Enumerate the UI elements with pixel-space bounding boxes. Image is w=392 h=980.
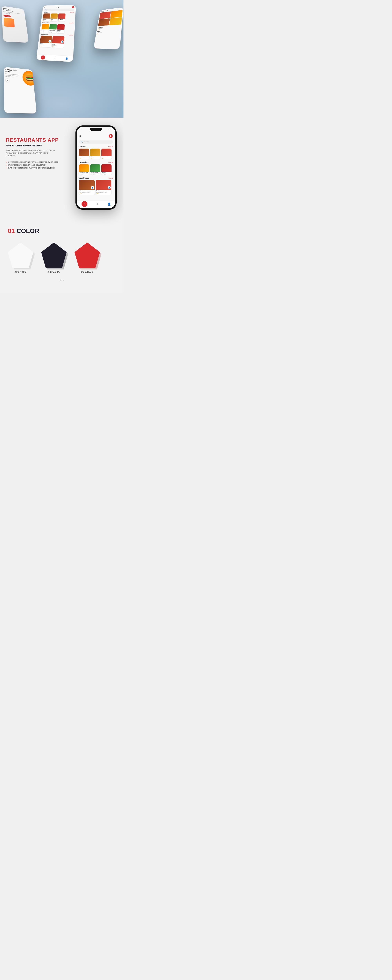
hero-place-1: 👤 Kimbo Visit 0f8gust... ★★★ bbox=[40, 35, 52, 47]
color-number: 01 bbox=[8, 228, 15, 234]
best-offers-title: Best Offers bbox=[79, 161, 89, 163]
watermark: diimo bbox=[8, 279, 116, 281]
color-code-navy: #1F1C2C bbox=[48, 270, 60, 273]
search-placeholder: search... bbox=[84, 141, 90, 143]
food-card-lechantill[interactable]: Le Chantill ★★ bbox=[101, 149, 112, 159]
offer-card-1[interactable]: Double Big Tasty 9.0 €/prs bbox=[79, 164, 89, 175]
hero-phone3-item-2: Cotta Lorem ipsum... ★★ bbox=[97, 30, 121, 35]
color-pentagon-red bbox=[75, 242, 100, 268]
hero-phone4-title: Choose Your Order bbox=[5, 68, 18, 74]
bottom-nav-profile[interactable]: 👤 bbox=[107, 202, 111, 205]
offer-name-2: Big Breakfast Meal bbox=[90, 172, 100, 173]
food-stars-kimbo: ★★ bbox=[79, 158, 89, 159]
hero-phone1-illust bbox=[4, 18, 15, 27]
hero-phone3-food-4 bbox=[109, 17, 122, 25]
best-offers-section: Best Offers View All Double Big Tasty 9.… bbox=[77, 160, 115, 176]
main-content-section: RESTAURANTS APP MAKE A RESTAURANT APP TA… bbox=[0, 118, 123, 218]
color-section-title: 01 COLOR bbox=[8, 228, 116, 235]
food-card-cotta[interactable]: Cotta ★★ bbox=[90, 149, 100, 159]
hero-phone2-logo: 🍴 bbox=[72, 6, 74, 8]
feature-item-1: OFFER MOBILE ORDERING FOR TABLE SERVICE … bbox=[6, 161, 69, 163]
place-name-1: Kimbo bbox=[80, 190, 94, 191]
for-you-title: For You bbox=[79, 146, 86, 148]
hero-phone-3: Choose Your Or... Le Chantill Lorem ipsu… bbox=[94, 7, 123, 49]
hero-phone4-food-illust bbox=[22, 70, 37, 86]
place-card-kimbo[interactable]: 👤 Kimbo Visit 0f8gust Aci...• 20:4• ★★★ bbox=[79, 180, 95, 195]
place-avatar-2: 👤 bbox=[108, 186, 111, 189]
offer-price-2: 9.0 €/prs bbox=[90, 173, 100, 175]
color-code-white: #F9F9F9 bbox=[14, 270, 27, 273]
color-swatch-red: #DB2A2D bbox=[75, 242, 100, 273]
main-phone-screen: :41 ▲▲▲ ⊡ ≡ 🔍 bbox=[77, 127, 115, 208]
hero-phone2-bottom-nav: ⌂ ✦ 👤 bbox=[36, 54, 73, 62]
hero-phone2-for-you: For You View All Kimbo ★★ Cotta ★★ bbox=[42, 11, 75, 22]
place-stars-1: ★★★ bbox=[80, 193, 94, 194]
hero-offer-2: Big Breakfast Meal 9.0 €/prs bbox=[49, 24, 57, 33]
app-status-bar: :41 ▲▲▲ ⊡ bbox=[77, 127, 115, 130]
hero-phone2-best-offers: Best Offers View All Double Big Tasty 9.… bbox=[40, 22, 74, 34]
hero-phone-4: Choose Your Order Lorem ipsum dolor sit … bbox=[4, 67, 37, 113]
hero-food-1: Kimbo ★★ bbox=[43, 14, 50, 21]
bottom-nav-home-btn[interactable]: ⌂ bbox=[81, 201, 88, 207]
main-title: RESTAURANTS APP bbox=[6, 137, 69, 143]
offer-price-3: 9.0 €/prs bbox=[101, 173, 112, 175]
color-swatch-white: #F9F9F9 bbox=[8, 242, 33, 273]
color-label: COLOR bbox=[16, 228, 39, 234]
color-pentagon-navy bbox=[41, 242, 67, 268]
pentagon-white bbox=[8, 242, 33, 268]
hero-phone3-item-labels: Le Chantill Lorem ipsum... ★★★ bbox=[97, 25, 121, 30]
your-places-header: Your Places View All bbox=[79, 177, 113, 179]
hero-phone2-your-places: Your Places View All 👤 Kimbo Visit 0f8gu… bbox=[38, 33, 74, 49]
for-you-scroll: Kimbo ★★ Cotta ★★ Le Chantill ★★ bbox=[79, 149, 113, 159]
app-logo bbox=[109, 134, 113, 138]
hero-phone3-food-3 bbox=[98, 18, 110, 26]
pentagon-red bbox=[75, 242, 100, 268]
for-you-header: For You View All bbox=[79, 146, 113, 148]
color-pentagon-white bbox=[8, 242, 33, 268]
place-card-cotta[interactable]: 👤 Cotta Visit 0f8gust Aci...• 20:4• ★★★ bbox=[96, 180, 112, 195]
your-places-scroll: 👤 Kimbo Visit 0f8gust Aci...• 20:4• ★★★ … bbox=[79, 180, 113, 195]
food-stars-lechantill: ★★ bbox=[101, 158, 112, 159]
offer-card-3[interactable]: Big Mac 9.0 €/prs bbox=[101, 164, 112, 175]
feature-item-3: IMPROVE CUSTOMER LOYALTY AND ORDER FREQU… bbox=[6, 167, 69, 169]
for-you-view-all[interactable]: View All bbox=[108, 146, 113, 147]
your-places-title: Your Places bbox=[79, 177, 89, 179]
place-sub-1: Visit 0f8gust Aci...• 20:4• bbox=[80, 192, 94, 193]
food-card-kimbo[interactable]: Kimbo ★★ bbox=[79, 149, 89, 159]
main-description: TAKE ORDERS, PAYMENTS AND IMPROVE LOYALT… bbox=[6, 150, 55, 158]
bottom-nav-compass[interactable]: ✦ bbox=[96, 202, 99, 205]
hero-food-3: Le Chantill ★★ bbox=[58, 14, 66, 22]
hero-phone-1: DeliveryTo Your Home Lorem ipsum dolor s… bbox=[2, 6, 29, 43]
search-icon: 🔍 bbox=[81, 141, 83, 143]
nav-compass-icon[interactable]: ✦ bbox=[54, 57, 56, 60]
hero-phone1-btn[interactable]: Let's Start bbox=[3, 15, 11, 17]
text-content: RESTAURANTS APP MAKE A RESTAURANT APP TA… bbox=[6, 126, 69, 170]
food-name-lechantill: Le Chantill bbox=[101, 156, 112, 158]
best-offers-view-all[interactable]: View All bbox=[108, 162, 113, 163]
place-sub-2: Visit 0f8gust Aci...• 20:4• bbox=[96, 192, 111, 193]
place-stars-2: ★★★ bbox=[96, 193, 111, 194]
hero-phone3-food-1 bbox=[99, 11, 111, 19]
offer-price-1: 9.0 €/prs bbox=[79, 173, 89, 175]
nav-profile-icon[interactable]: 👤 bbox=[65, 57, 69, 60]
pentagon-navy bbox=[41, 242, 67, 268]
hero-phone2-search[interactable]: 🔍 search... bbox=[44, 8, 74, 11]
place-avatar-1: 👤 bbox=[91, 186, 94, 189]
app-search-bar[interactable]: 🔍 search... bbox=[79, 140, 113, 144]
for-you-section: For You View All Kimbo ★★ Cotta ★★ bbox=[77, 145, 115, 160]
menu-icon[interactable]: ≡ bbox=[80, 134, 81, 138]
app-header: ≡ bbox=[77, 130, 115, 139]
hero-food-2: Cotta ★★ bbox=[50, 14, 58, 22]
food-name-kimbo: Kimbo bbox=[79, 156, 89, 158]
compass-icon: ✦ bbox=[96, 202, 99, 205]
offer-card-2[interactable]: Big Breakfast Meal 9.0 €/prs bbox=[90, 164, 100, 175]
main-phone-mockup: :41 ▲▲▲ ⊡ ≡ 🔍 bbox=[75, 126, 116, 210]
your-places-section: Your Places View All 👤 Kimbo Visit 0f8gu… bbox=[77, 176, 115, 196]
hero-phone4-arrow-btn[interactable]: › bbox=[5, 78, 10, 82]
main-phone-container: :41 ▲▲▲ ⊡ ≡ 🔍 bbox=[75, 126, 118, 210]
nav-home-btn[interactable]: ⌂ bbox=[41, 55, 45, 60]
best-offers-header: Best Offers View All bbox=[79, 161, 113, 163]
color-swatch-navy: #1F1C2C bbox=[41, 242, 67, 273]
hero-section: DeliveryTo Your Home Lorem ipsum dolor s… bbox=[0, 0, 123, 118]
your-places-view-all[interactable]: View All bbox=[108, 177, 113, 179]
